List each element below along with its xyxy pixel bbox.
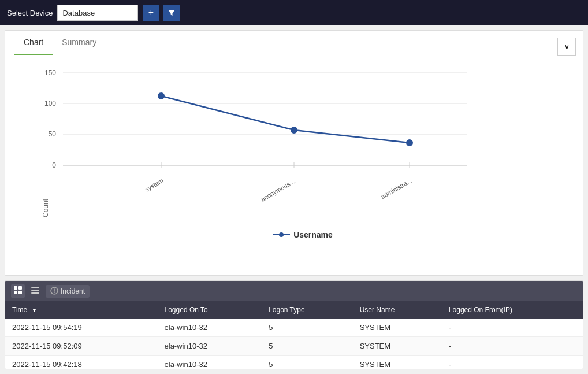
tab-chart[interactable]: Chart [14, 31, 53, 55]
cell-time: 2022-11-15 09:52:09 [5, 337, 158, 356]
svg-text:100: 100 [44, 99, 56, 108]
svg-text:anonymous ...: anonymous ... [259, 177, 297, 203]
cell-logged-on-to: ela-win10-32 [158, 356, 262, 369]
cell-logged-on-to: ela-win10-32 [158, 337, 262, 356]
incident-icon [50, 287, 58, 296]
col-logged-on-from: Logged On From(IP) [442, 301, 583, 319]
select-device-label: Select Device [7, 9, 53, 17]
legend-line-icon [273, 231, 290, 238]
table-row: 2022-11-15 09:54:19 ela-win10-32 5 SYSTE… [5, 319, 583, 337]
svg-rect-26 [31, 290, 39, 291]
svg-text:administra...: administra... [379, 177, 413, 200]
svg-rect-25 [31, 287, 39, 288]
cell-logon-type: 5 [262, 319, 353, 337]
table-scroll-area[interactable]: Time ▼ Logged On To Logon Type User Name [5, 301, 583, 369]
svg-rect-21 [14, 286, 17, 290]
svg-point-17 [291, 127, 297, 133]
col-time[interactable]: Time ▼ [5, 301, 158, 319]
add-button[interactable]: + [143, 5, 159, 21]
device-input[interactable] [57, 5, 138, 21]
table-panel: Incident Time ▼ Logged On To [5, 280, 583, 369]
cell-logged-on-to: ela-win10-32 [158, 319, 262, 337]
svg-text:0: 0 [52, 161, 56, 169]
grid-view-button[interactable] [11, 284, 25, 298]
filter-icon [168, 9, 176, 17]
legend-label: Username [293, 230, 333, 239]
svg-text:system: system [144, 177, 165, 193]
collapse-button[interactable]: ∨ [557, 38, 576, 56]
tabs-container: Chart Summary [5, 31, 583, 55]
col-user-name: User Name [353, 301, 442, 319]
table-header: Time ▼ Logged On To Logon Type User Name [5, 301, 583, 319]
cell-time: 2022-11-15 09:42:18 [5, 356, 158, 369]
cell-time: 2022-11-15 09:54:19 [5, 319, 158, 337]
svg-point-16 [158, 93, 164, 99]
svg-text:50: 50 [49, 130, 57, 138]
cell-logged-on-from: - [442, 319, 583, 337]
col-logon-type: Logon Type [262, 301, 353, 319]
table-body: 2022-11-15 09:54:19 ela-win10-32 5 SYSTE… [5, 319, 583, 369]
svg-rect-24 [18, 291, 22, 294]
svg-text:Count: Count [42, 198, 50, 217]
legend-line: Username [273, 230, 333, 239]
svg-text:150: 150 [44, 69, 56, 77]
tab-summary[interactable]: Summary [53, 31, 106, 55]
table-toolbar: Incident [5, 281, 583, 301]
chart-legend: Username [34, 230, 571, 239]
chevron-down-icon: ∨ [564, 43, 570, 51]
list-icon [31, 286, 40, 297]
filter-button[interactable] [163, 5, 180, 21]
cell-user-name: SYSTEM [353, 319, 442, 337]
svg-rect-27 [31, 292, 39, 294]
svg-point-18 [407, 140, 412, 146]
list-view-button[interactable] [28, 284, 42, 298]
cell-logon-type: 5 [262, 337, 353, 356]
cell-logon-type: 5 [262, 356, 353, 369]
cell-logged-on-from: - [442, 337, 583, 356]
svg-rect-23 [14, 291, 17, 294]
cell-user-name: SYSTEM [353, 337, 442, 356]
cell-logged-on-from: - [442, 356, 583, 369]
chart-svg: 150 100 50 0 Count system anonymous ... … [34, 61, 473, 223]
svg-point-20 [279, 232, 284, 237]
chart-area: 150 100 50 0 Count system anonymous ... … [5, 55, 583, 275]
grid-icon [13, 286, 23, 297]
svg-rect-22 [18, 286, 22, 290]
incident-label: Incident [61, 287, 85, 295]
col-logged-on-to: Logged On To [158, 301, 262, 319]
data-table: Time ▼ Logged On To Logon Type User Name [5, 301, 583, 369]
incident-badge[interactable]: Incident [46, 285, 90, 298]
sort-arrow-icon: ▼ [32, 307, 38, 313]
cell-user-name: SYSTEM [353, 356, 442, 369]
chart-panel: Chart Summary ∨ 150 100 50 0 [5, 30, 583, 276]
header-bar: Select Device + [0, 0, 588, 25]
main-content: Chart Summary ∨ 150 100 50 0 [0, 25, 588, 374]
table-row: 2022-11-15 09:52:09 ela-win10-32 5 SYSTE… [5, 337, 583, 356]
table-row: 2022-11-15 09:42:18 ela-win10-32 5 SYSTE… [5, 356, 583, 369]
